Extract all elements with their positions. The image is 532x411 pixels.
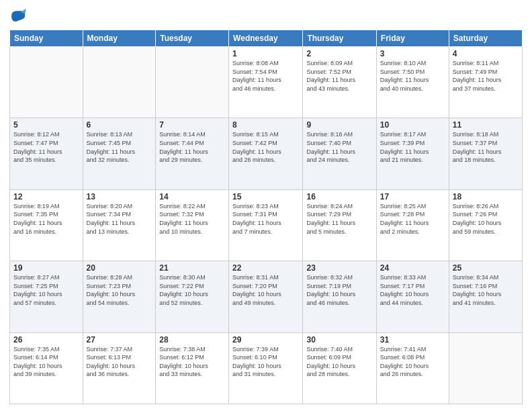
calendar-cell: 23Sunrise: 8:32 AM Sunset: 7:19 PM Dayli…: [303, 261, 376, 332]
weekday-header: Sunday: [10, 30, 83, 47]
calendar-cell: [10, 47, 83, 118]
weekday-header: Saturday: [449, 30, 522, 47]
calendar-cell: 24Sunrise: 8:33 AM Sunset: 7:17 PM Dayli…: [376, 261, 449, 332]
logo-icon: [9, 7, 28, 26]
day-number: 28: [159, 335, 225, 345]
calendar-cell: 1Sunrise: 8:08 AM Sunset: 7:54 PM Daylig…: [229, 47, 303, 118]
calendar-cell: 26Sunrise: 7:35 AM Sunset: 6:14 PM Dayli…: [10, 332, 83, 404]
day-number: 14: [159, 192, 225, 201]
weekday-header: Wednesday: [229, 30, 303, 47]
day-number: 13: [87, 192, 152, 201]
day-number: 21: [159, 263, 225, 273]
day-info: Sunrise: 8:13 AM Sunset: 7:45 PM Dayligh…: [87, 130, 152, 164]
calendar-cell: 13Sunrise: 8:20 AM Sunset: 7:34 PM Dayli…: [83, 189, 156, 261]
day-info: Sunrise: 8:18 AM Sunset: 7:37 PM Dayligh…: [453, 130, 519, 164]
calendar-cell: 12Sunrise: 8:19 AM Sunset: 7:35 PM Dayli…: [10, 189, 83, 261]
day-number: 30: [306, 335, 372, 345]
weekday-header: Thursday: [303, 30, 376, 47]
weekday-header: Friday: [376, 30, 449, 47]
calendar-cell: 3Sunrise: 8:10 AM Sunset: 7:50 PM Daylig…: [376, 47, 449, 118]
day-number: 31: [380, 335, 445, 345]
day-info: Sunrise: 8:15 AM Sunset: 7:42 PM Dayligh…: [232, 130, 299, 164]
day-number: 4: [453, 49, 519, 58]
calendar-cell: 4Sunrise: 8:11 AM Sunset: 7:49 PM Daylig…: [449, 47, 522, 118]
calendar-cell: 25Sunrise: 8:34 AM Sunset: 7:16 PM Dayli…: [449, 261, 522, 332]
day-number: 18: [453, 192, 519, 201]
page: SundayMondayTuesdayWednesdayThursdayFrid…: [0, 0, 532, 411]
day-number: 15: [232, 192, 299, 201]
day-info: Sunrise: 8:27 AM Sunset: 7:25 PM Dayligh…: [13, 273, 79, 307]
day-number: 8: [232, 120, 299, 130]
day-info: Sunrise: 8:24 AM Sunset: 7:29 PM Dayligh…: [306, 202, 372, 236]
calendar-cell: [156, 47, 229, 118]
day-info: Sunrise: 8:16 AM Sunset: 7:40 PM Dayligh…: [306, 130, 372, 164]
day-info: Sunrise: 8:28 AM Sunset: 7:23 PM Dayligh…: [87, 273, 152, 307]
calendar-cell: 2Sunrise: 8:09 AM Sunset: 7:52 PM Daylig…: [303, 47, 376, 118]
calendar-cell: 17Sunrise: 8:25 AM Sunset: 7:28 PM Dayli…: [376, 189, 449, 261]
calendar-cell: 15Sunrise: 8:23 AM Sunset: 7:31 PM Dayli…: [229, 189, 303, 261]
day-info: Sunrise: 8:23 AM Sunset: 7:31 PM Dayligh…: [232, 202, 299, 236]
calendar-cell: 28Sunrise: 7:38 AM Sunset: 6:12 PM Dayli…: [156, 332, 229, 404]
calendar-cell: 22Sunrise: 8:31 AM Sunset: 7:20 PM Dayli…: [229, 261, 303, 332]
day-number: 20: [87, 263, 152, 273]
calendar-cell: 20Sunrise: 8:28 AM Sunset: 7:23 PM Dayli…: [83, 261, 156, 332]
day-number: 6: [87, 120, 152, 130]
day-number: 7: [159, 120, 225, 130]
calendar-cell: 21Sunrise: 8:30 AM Sunset: 7:22 PM Dayli…: [156, 261, 229, 332]
day-info: Sunrise: 8:20 AM Sunset: 7:34 PM Dayligh…: [87, 202, 152, 236]
day-info: Sunrise: 8:12 AM Sunset: 7:47 PM Dayligh…: [13, 130, 79, 164]
day-info: Sunrise: 8:33 AM Sunset: 7:17 PM Dayligh…: [380, 273, 445, 307]
day-info: Sunrise: 8:31 AM Sunset: 7:20 PM Dayligh…: [232, 273, 299, 307]
day-info: Sunrise: 8:10 AM Sunset: 7:50 PM Dayligh…: [380, 59, 445, 93]
day-info: Sunrise: 8:30 AM Sunset: 7:22 PM Dayligh…: [159, 273, 225, 307]
day-number: 19: [13, 263, 79, 273]
day-info: Sunrise: 8:11 AM Sunset: 7:49 PM Dayligh…: [453, 59, 519, 93]
day-number: 17: [380, 192, 445, 201]
day-info: Sunrise: 8:32 AM Sunset: 7:19 PM Dayligh…: [306, 273, 372, 307]
day-number: 9: [306, 120, 372, 130]
calendar-cell: 27Sunrise: 7:37 AM Sunset: 6:13 PM Dayli…: [83, 332, 156, 404]
day-info: Sunrise: 8:14 AM Sunset: 7:44 PM Dayligh…: [159, 130, 225, 164]
day-info: Sunrise: 7:38 AM Sunset: 6:12 PM Dayligh…: [159, 345, 225, 379]
weekday-header: Monday: [83, 30, 156, 47]
calendar-cell: 6Sunrise: 8:13 AM Sunset: 7:45 PM Daylig…: [83, 118, 156, 189]
day-info: Sunrise: 8:22 AM Sunset: 7:32 PM Dayligh…: [159, 202, 225, 236]
day-number: 5: [13, 120, 79, 130]
calendar-cell: 14Sunrise: 8:22 AM Sunset: 7:32 PM Dayli…: [156, 189, 229, 261]
calendar-cell: [83, 47, 156, 118]
calendar-cell: 29Sunrise: 7:39 AM Sunset: 6:10 PM Dayli…: [229, 332, 303, 404]
day-info: Sunrise: 8:26 AM Sunset: 7:26 PM Dayligh…: [453, 202, 519, 236]
day-number: 29: [232, 335, 299, 345]
calendar-cell: 30Sunrise: 7:40 AM Sunset: 6:09 PM Dayli…: [303, 332, 376, 404]
day-info: Sunrise: 7:35 AM Sunset: 6:14 PM Dayligh…: [13, 345, 79, 379]
day-number: 10: [380, 120, 445, 130]
calendar-cell: 16Sunrise: 8:24 AM Sunset: 7:29 PM Dayli…: [303, 189, 376, 261]
day-number: 27: [87, 335, 152, 345]
day-info: Sunrise: 7:37 AM Sunset: 6:13 PM Dayligh…: [87, 345, 152, 379]
calendar-cell: 10Sunrise: 8:17 AM Sunset: 7:39 PM Dayli…: [376, 118, 449, 189]
calendar-cell: 7Sunrise: 8:14 AM Sunset: 7:44 PM Daylig…: [156, 118, 229, 189]
day-number: 3: [380, 49, 445, 58]
day-number: 1: [232, 49, 299, 58]
calendar-cell: 18Sunrise: 8:26 AM Sunset: 7:26 PM Dayli…: [449, 189, 522, 261]
day-info: Sunrise: 8:19 AM Sunset: 7:35 PM Dayligh…: [13, 202, 79, 236]
day-info: Sunrise: 8:25 AM Sunset: 7:28 PM Dayligh…: [380, 202, 445, 236]
day-info: Sunrise: 8:08 AM Sunset: 7:54 PM Dayligh…: [232, 59, 299, 93]
day-info: Sunrise: 7:41 AM Sunset: 6:08 PM Dayligh…: [380, 345, 445, 379]
day-number: 11: [453, 120, 519, 130]
day-number: 22: [232, 263, 299, 273]
day-number: 25: [453, 263, 519, 273]
day-number: 26: [13, 335, 79, 345]
day-number: 2: [306, 49, 372, 58]
day-number: 24: [380, 263, 445, 273]
day-number: 12: [13, 192, 79, 201]
calendar-cell: 5Sunrise: 8:12 AM Sunset: 7:47 PM Daylig…: [10, 118, 83, 189]
day-number: 23: [306, 263, 372, 273]
day-number: 16: [306, 192, 372, 201]
header: [9, 7, 523, 26]
calendar-table: SundayMondayTuesdayWednesdayThursdayFrid…: [9, 30, 523, 404]
day-info: Sunrise: 7:40 AM Sunset: 6:09 PM Dayligh…: [306, 345, 372, 379]
logo: [9, 7, 31, 26]
calendar-cell: 11Sunrise: 8:18 AM Sunset: 7:37 PM Dayli…: [449, 118, 522, 189]
calendar-cell: [449, 332, 522, 404]
